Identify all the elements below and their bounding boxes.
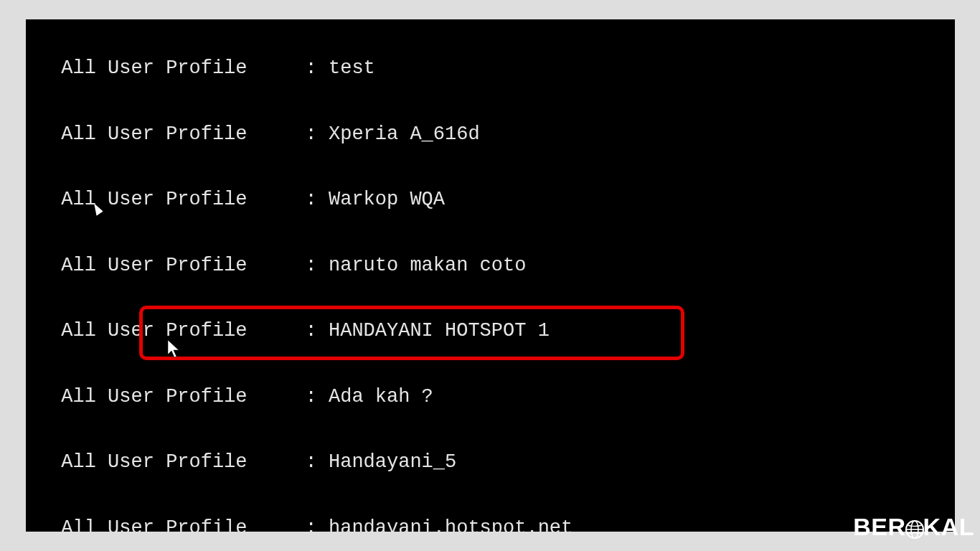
profile-label: All User Profile [26, 320, 248, 342]
profile-row: All User Profile : handayani.hotspot.net [26, 517, 724, 532]
globe-icon [905, 517, 925, 537]
terminal-output: All User Profile : test All User Profile… [26, 19, 724, 532]
profile-value: naruto makan coto [329, 255, 526, 276]
profile-value: handayani.hotspot.net [329, 517, 573, 532]
profile-value: Xperia A_616d [329, 123, 480, 145]
profile-label: All User Profile [26, 451, 248, 473]
watermark-logo: BER KAL [853, 513, 974, 541]
profile-row: All User Profile : HANDAYANI HOTSPOT 1 [26, 320, 724, 342]
profile-row: All User Profile : test [26, 57, 724, 80]
profile-value: HANDAYANI HOTSPOT 1 [329, 320, 550, 342]
profile-value: test [329, 57, 375, 79]
profile-row: All User Profile : Warkop WQA [26, 189, 724, 211]
profile-value: Warkop WQA [329, 189, 445, 210]
profile-row: All User Profile : naruto makan coto [26, 255, 724, 277]
watermark-text: BER [853, 513, 905, 541]
profile-value: Ada kah ? [329, 386, 433, 408]
profile-label: All User Profile [26, 386, 248, 408]
profile-label: All User Profile [26, 123, 248, 145]
profile-label: All User Profile [26, 517, 248, 532]
profile-label: All User Profile [26, 255, 248, 276]
profile-row: All User Profile : Xperia A_616d [26, 123, 724, 146]
profile-label: All User Profile [26, 189, 248, 210]
watermark-text: KAL [923, 513, 974, 541]
profile-label: All User Profile [26, 57, 248, 79]
profile-row: All User Profile : Handayani_5 [26, 451, 724, 474]
terminal-window[interactable]: All User Profile : test All User Profile… [26, 19, 955, 532]
profile-value: Handayani_5 [329, 451, 456, 473]
profile-row: All User Profile : Ada kah ? [26, 386, 724, 408]
